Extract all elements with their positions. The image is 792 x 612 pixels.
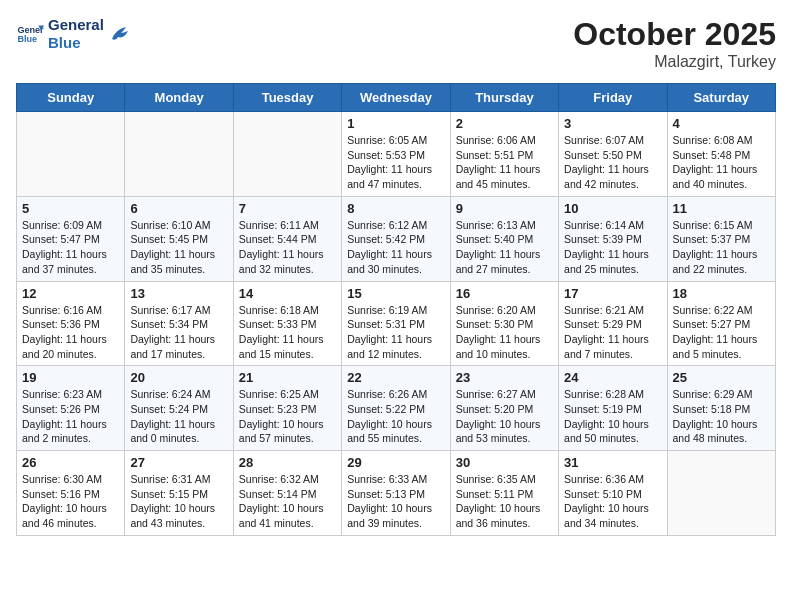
- day-info: Sunrise: 6:19 AM Sunset: 5:31 PM Dayligh…: [347, 303, 444, 362]
- calendar-table: SundayMondayTuesdayWednesdayThursdayFrid…: [16, 83, 776, 536]
- calendar-day-14: 14Sunrise: 6:18 AM Sunset: 5:33 PM Dayli…: [233, 281, 341, 366]
- calendar-day-17: 17Sunrise: 6:21 AM Sunset: 5:29 PM Dayli…: [559, 281, 667, 366]
- weekday-header-row: SundayMondayTuesdayWednesdayThursdayFrid…: [17, 84, 776, 112]
- day-info: Sunrise: 6:12 AM Sunset: 5:42 PM Dayligh…: [347, 218, 444, 277]
- calendar-day-3: 3Sunrise: 6:07 AM Sunset: 5:50 PM Daylig…: [559, 112, 667, 197]
- calendar-week-row: 5Sunrise: 6:09 AM Sunset: 5:47 PM Daylig…: [17, 196, 776, 281]
- day-info: Sunrise: 6:18 AM Sunset: 5:33 PM Dayligh…: [239, 303, 336, 362]
- weekday-header-tuesday: Tuesday: [233, 84, 341, 112]
- calendar-day-empty: [125, 112, 233, 197]
- day-info: Sunrise: 6:14 AM Sunset: 5:39 PM Dayligh…: [564, 218, 661, 277]
- day-number: 27: [130, 455, 227, 470]
- day-info: Sunrise: 6:13 AM Sunset: 5:40 PM Dayligh…: [456, 218, 553, 277]
- calendar-day-31: 31Sunrise: 6:36 AM Sunset: 5:10 PM Dayli…: [559, 451, 667, 536]
- day-number: 17: [564, 286, 661, 301]
- calendar-day-30: 30Sunrise: 6:35 AM Sunset: 5:11 PM Dayli…: [450, 451, 558, 536]
- logo-general: General: [48, 16, 104, 34]
- logo-blue: Blue: [48, 34, 104, 52]
- day-number: 7: [239, 201, 336, 216]
- weekday-header-monday: Monday: [125, 84, 233, 112]
- day-info: Sunrise: 6:21 AM Sunset: 5:29 PM Dayligh…: [564, 303, 661, 362]
- day-number: 3: [564, 116, 661, 131]
- calendar-day-26: 26Sunrise: 6:30 AM Sunset: 5:16 PM Dayli…: [17, 451, 125, 536]
- calendar-day-1: 1Sunrise: 6:05 AM Sunset: 5:53 PM Daylig…: [342, 112, 450, 197]
- day-number: 23: [456, 370, 553, 385]
- weekday-header-sunday: Sunday: [17, 84, 125, 112]
- day-info: Sunrise: 6:31 AM Sunset: 5:15 PM Dayligh…: [130, 472, 227, 531]
- weekday-header-thursday: Thursday: [450, 84, 558, 112]
- calendar-day-13: 13Sunrise: 6:17 AM Sunset: 5:34 PM Dayli…: [125, 281, 233, 366]
- day-number: 18: [673, 286, 770, 301]
- day-number: 25: [673, 370, 770, 385]
- weekday-header-wednesday: Wednesday: [342, 84, 450, 112]
- day-info: Sunrise: 6:08 AM Sunset: 5:48 PM Dayligh…: [673, 133, 770, 192]
- day-number: 28: [239, 455, 336, 470]
- day-info: Sunrise: 6:10 AM Sunset: 5:45 PM Dayligh…: [130, 218, 227, 277]
- calendar-day-11: 11Sunrise: 6:15 AM Sunset: 5:37 PM Dayli…: [667, 196, 775, 281]
- day-number: 26: [22, 455, 119, 470]
- calendar-day-empty: [17, 112, 125, 197]
- day-number: 15: [347, 286, 444, 301]
- day-number: 5: [22, 201, 119, 216]
- calendar-day-8: 8Sunrise: 6:12 AM Sunset: 5:42 PM Daylig…: [342, 196, 450, 281]
- calendar-day-6: 6Sunrise: 6:10 AM Sunset: 5:45 PM Daylig…: [125, 196, 233, 281]
- calendar-day-22: 22Sunrise: 6:26 AM Sunset: 5:22 PM Dayli…: [342, 366, 450, 451]
- calendar-week-row: 1Sunrise: 6:05 AM Sunset: 5:53 PM Daylig…: [17, 112, 776, 197]
- day-info: Sunrise: 6:30 AM Sunset: 5:16 PM Dayligh…: [22, 472, 119, 531]
- logo-bird-icon: [108, 23, 130, 45]
- day-info: Sunrise: 6:11 AM Sunset: 5:44 PM Dayligh…: [239, 218, 336, 277]
- day-info: Sunrise: 6:28 AM Sunset: 5:19 PM Dayligh…: [564, 387, 661, 446]
- calendar-day-12: 12Sunrise: 6:16 AM Sunset: 5:36 PM Dayli…: [17, 281, 125, 366]
- calendar-day-4: 4Sunrise: 6:08 AM Sunset: 5:48 PM Daylig…: [667, 112, 775, 197]
- day-number: 6: [130, 201, 227, 216]
- day-info: Sunrise: 6:07 AM Sunset: 5:50 PM Dayligh…: [564, 133, 661, 192]
- day-number: 19: [22, 370, 119, 385]
- day-number: 8: [347, 201, 444, 216]
- calendar-day-2: 2Sunrise: 6:06 AM Sunset: 5:51 PM Daylig…: [450, 112, 558, 197]
- calendar-day-29: 29Sunrise: 6:33 AM Sunset: 5:13 PM Dayli…: [342, 451, 450, 536]
- calendar-day-empty: [233, 112, 341, 197]
- calendar-week-row: 19Sunrise: 6:23 AM Sunset: 5:26 PM Dayli…: [17, 366, 776, 451]
- day-number: 1: [347, 116, 444, 131]
- day-info: Sunrise: 6:27 AM Sunset: 5:20 PM Dayligh…: [456, 387, 553, 446]
- day-info: Sunrise: 6:25 AM Sunset: 5:23 PM Dayligh…: [239, 387, 336, 446]
- calendar-day-21: 21Sunrise: 6:25 AM Sunset: 5:23 PM Dayli…: [233, 366, 341, 451]
- day-number: 4: [673, 116, 770, 131]
- calendar-day-9: 9Sunrise: 6:13 AM Sunset: 5:40 PM Daylig…: [450, 196, 558, 281]
- month-title: October 2025: [573, 16, 776, 53]
- calendar-day-15: 15Sunrise: 6:19 AM Sunset: 5:31 PM Dayli…: [342, 281, 450, 366]
- day-number: 11: [673, 201, 770, 216]
- day-info: Sunrise: 6:05 AM Sunset: 5:53 PM Dayligh…: [347, 133, 444, 192]
- day-info: Sunrise: 6:23 AM Sunset: 5:26 PM Dayligh…: [22, 387, 119, 446]
- day-number: 12: [22, 286, 119, 301]
- day-number: 9: [456, 201, 553, 216]
- logo-icon: General Blue: [16, 20, 44, 48]
- day-number: 22: [347, 370, 444, 385]
- calendar-day-5: 5Sunrise: 6:09 AM Sunset: 5:47 PM Daylig…: [17, 196, 125, 281]
- calendar-day-18: 18Sunrise: 6:22 AM Sunset: 5:27 PM Dayli…: [667, 281, 775, 366]
- calendar-day-10: 10Sunrise: 6:14 AM Sunset: 5:39 PM Dayli…: [559, 196, 667, 281]
- calendar-day-empty: [667, 451, 775, 536]
- day-info: Sunrise: 6:26 AM Sunset: 5:22 PM Dayligh…: [347, 387, 444, 446]
- calendar-day-23: 23Sunrise: 6:27 AM Sunset: 5:20 PM Dayli…: [450, 366, 558, 451]
- day-info: Sunrise: 6:29 AM Sunset: 5:18 PM Dayligh…: [673, 387, 770, 446]
- day-info: Sunrise: 6:15 AM Sunset: 5:37 PM Dayligh…: [673, 218, 770, 277]
- calendar-day-20: 20Sunrise: 6:24 AM Sunset: 5:24 PM Dayli…: [125, 366, 233, 451]
- logo: General Blue General Blue: [16, 16, 130, 52]
- day-info: Sunrise: 6:22 AM Sunset: 5:27 PM Dayligh…: [673, 303, 770, 362]
- day-number: 24: [564, 370, 661, 385]
- day-number: 14: [239, 286, 336, 301]
- calendar-day-24: 24Sunrise: 6:28 AM Sunset: 5:19 PM Dayli…: [559, 366, 667, 451]
- day-number: 20: [130, 370, 227, 385]
- day-info: Sunrise: 6:06 AM Sunset: 5:51 PM Dayligh…: [456, 133, 553, 192]
- day-info: Sunrise: 6:35 AM Sunset: 5:11 PM Dayligh…: [456, 472, 553, 531]
- svg-text:Blue: Blue: [17, 34, 37, 44]
- weekday-header-saturday: Saturday: [667, 84, 775, 112]
- day-number: 13: [130, 286, 227, 301]
- calendar-day-28: 28Sunrise: 6:32 AM Sunset: 5:14 PM Dayli…: [233, 451, 341, 536]
- day-number: 10: [564, 201, 661, 216]
- day-number: 21: [239, 370, 336, 385]
- calendar-day-7: 7Sunrise: 6:11 AM Sunset: 5:44 PM Daylig…: [233, 196, 341, 281]
- day-info: Sunrise: 6:33 AM Sunset: 5:13 PM Dayligh…: [347, 472, 444, 531]
- calendar-day-19: 19Sunrise: 6:23 AM Sunset: 5:26 PM Dayli…: [17, 366, 125, 451]
